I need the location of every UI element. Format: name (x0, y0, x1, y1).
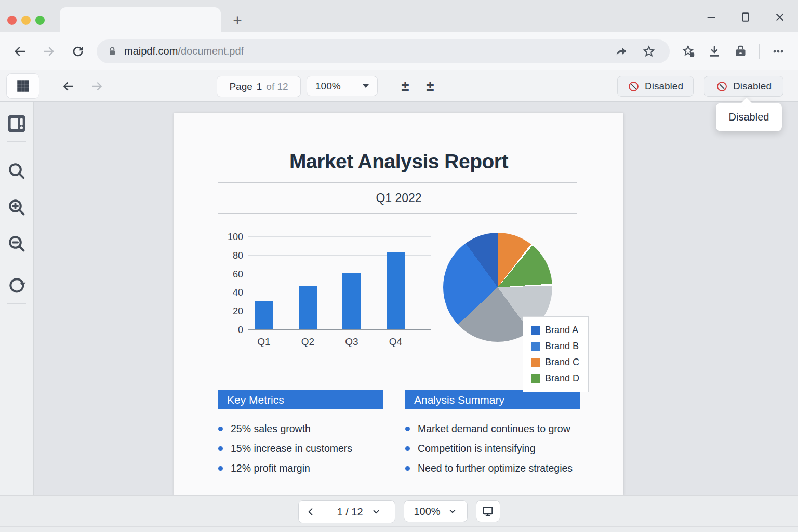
reload-button[interactable] (68, 41, 88, 62)
page-number-control[interactable]: Page 1 of 12 (217, 76, 301, 97)
rotate-button[interactable] (6, 275, 28, 296)
forward-button[interactable] (38, 41, 59, 62)
zoom-dropdown[interactable]: 100% (404, 500, 468, 522)
next-view-button[interactable] (86, 75, 108, 97)
bullet-dot (405, 466, 410, 471)
ellipsis-icon (772, 45, 785, 58)
share-icon (615, 45, 628, 58)
printer-icon (734, 44, 748, 58)
list-item-text: 12% profit margin (231, 462, 310, 474)
maximize-icon (740, 11, 751, 23)
print-button[interactable] (730, 41, 751, 62)
fit-width-button[interactable]: ± (394, 75, 417, 97)
close-button[interactable] (773, 10, 787, 24)
menu-button[interactable] (768, 41, 789, 62)
legend-item: Brand B (523, 338, 588, 354)
legend-label: Brand A (545, 325, 578, 336)
list-item: Competition is intensifying (405, 438, 592, 458)
back-arrow-icon (61, 79, 75, 94)
zoom-value: 100% (315, 81, 341, 92)
previous-view-button[interactable] (57, 75, 79, 97)
bar-Q2 (299, 286, 317, 329)
gridline (248, 236, 431, 237)
y-tick-label: 40 (213, 287, 243, 298)
navbar-right-icons (678, 41, 789, 62)
legend-item: Brand D (523, 370, 588, 387)
thumbnail-grid-button[interactable] (6, 73, 39, 99)
back-button[interactable] (9, 41, 30, 62)
key-metrics-heading: Key Metrics (218, 390, 383, 409)
document-subtitle: Q1 2022 (174, 191, 623, 205)
x-tick-label: Q3 (345, 336, 358, 348)
navbar-separator (759, 44, 760, 59)
search-button[interactable] (6, 161, 28, 181)
x-tick-label: Q2 (301, 336, 314, 348)
x-axis-line (248, 329, 431, 330)
minimize-button[interactable] (704, 10, 718, 24)
zoom-in-icon (6, 197, 27, 218)
y-tick-label: 0 (213, 325, 243, 335)
panel-icon (7, 114, 26, 134)
page-indicator-dropdown[interactable]: 1 / 12 (323, 501, 395, 523)
url-path: /document.pdf (178, 45, 244, 57)
download-icon (708, 45, 721, 58)
search-icon (6, 161, 27, 181)
bar-Q4 (387, 252, 405, 329)
tooltip-text: Disabled (729, 111, 769, 123)
pdf-toolbar: Page 1 of 12 100% ± ± Disabled Disabled (0, 70, 798, 102)
page-indicator: 1 / 12 (337, 506, 363, 518)
analysis-summary-heading: Analysis Summary (405, 390, 580, 409)
fit-page-button[interactable]: ± (419, 75, 442, 97)
browser-tab[interactable] (60, 7, 221, 32)
disabled-button-1[interactable]: Disabled (617, 76, 694, 97)
page-navigation-group: 1 / 12 (298, 500, 395, 523)
browser-window: + maipdf.com/docu (0, 0, 798, 532)
legend-swatch (531, 374, 540, 383)
maximize-button[interactable] (739, 10, 752, 24)
close-icon (774, 11, 786, 23)
bar-chart-y-axis: 020406080100 (213, 237, 243, 330)
presentation-mode-button[interactable] (476, 500, 500, 522)
legend-label: Brand D (545, 373, 579, 384)
chevron-down-icon (448, 507, 457, 516)
titlebar: + (0, 0, 798, 32)
share-button[interactable] (611, 41, 632, 62)
previous-page-button[interactable] (299, 501, 323, 523)
sidebar-divider (7, 141, 26, 142)
back-icon (12, 44, 28, 59)
bookmarks-list-button[interactable] (678, 41, 699, 62)
list-item-text: Competition is intensifying (418, 443, 536, 455)
zoom-indicator: 100% (414, 506, 440, 517)
y-tick-label: 80 (213, 250, 243, 261)
bullet-dot (218, 427, 223, 431)
forward-arrow-icon (90, 79, 104, 94)
analysis-summary-list: Market demand continues to growCompetiti… (405, 419, 592, 478)
list-item-text: 25% sales growth (231, 423, 311, 435)
address-bar[interactable]: maipdf.com/document.pdf (97, 39, 670, 63)
zoom-out-button[interactable] (6, 233, 28, 254)
legend-item: Brand A (523, 322, 588, 338)
pdf-sidebar (0, 102, 34, 495)
bullet-dot (405, 427, 410, 431)
bullet-dot (218, 446, 223, 451)
new-tab-button[interactable]: + (229, 11, 246, 29)
x-tick-label: Q1 (257, 336, 270, 348)
rotate-icon (6, 275, 27, 296)
minimize-traffic-light[interactable] (21, 16, 31, 25)
download-button[interactable] (704, 41, 725, 62)
bookmark-star-button[interactable] (639, 41, 659, 62)
grid-icon (16, 79, 30, 93)
close-traffic-light[interactable] (7, 16, 17, 25)
bullet-dot (218, 466, 223, 471)
list-item: 12% profit margin (218, 458, 397, 478)
window-controls (704, 10, 787, 24)
fullscreen-traffic-light[interactable] (35, 16, 45, 25)
zoom-in-button[interactable] (6, 197, 28, 218)
disabled-button-2[interactable]: Disabled (704, 76, 783, 97)
monitor-icon (482, 505, 494, 517)
list-item: Market demand continues to grow (405, 419, 592, 438)
key-metrics-list: 25% sales growth15% increase in customer… (218, 419, 397, 478)
list-item-text: Need to further optimize strategies (418, 462, 573, 474)
zoom-select[interactable]: 100% (307, 76, 378, 96)
sidebar-panel-toggle-button[interactable] (6, 113, 28, 134)
